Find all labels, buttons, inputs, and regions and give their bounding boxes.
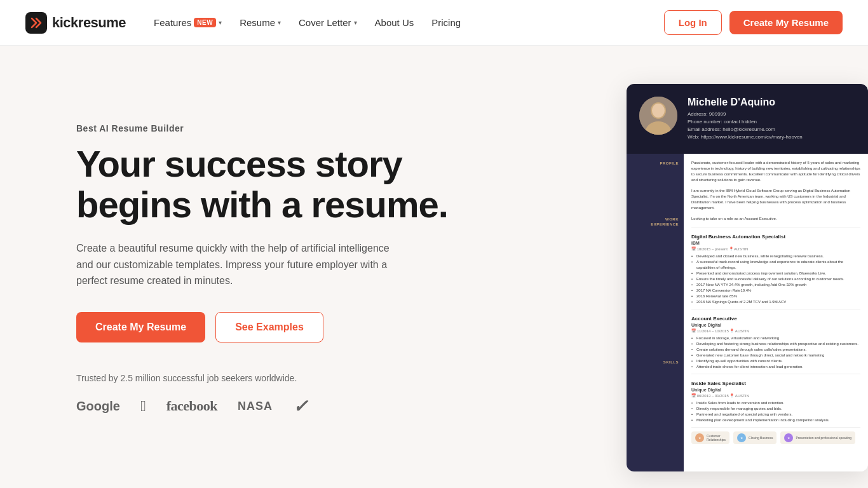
resume-phone: Phone number: contact hidden — [688, 119, 757, 125]
skill-icon-3: ★ — [784, 433, 793, 442]
job-bullet-1-3: Presented and demonstrated process impro… — [691, 271, 860, 276]
pricing-label: Pricing — [431, 17, 461, 28]
nav-create-resume-button[interactable]: Create My Resume — [729, 11, 843, 34]
hero-section: Best AI Resume Builder Your success stor… — [0, 46, 868, 488]
google-logo: Google — [76, 399, 120, 414]
job-bullet-1-7: 2016 Renewal rate 85% — [691, 294, 860, 299]
resume-profile-text: Passionate, customer-focused leader with… — [691, 160, 860, 183]
nav-features[interactable]: Features NEW ▾ — [146, 12, 229, 33]
hero-subtitle: Best AI Resume Builder — [76, 123, 458, 133]
nav-pricing[interactable]: Pricing — [424, 12, 468, 33]
resume-header: Michelle D'Aquino Address: 909999 Phone … — [627, 84, 868, 154]
job-bullet-1-4: Ensure the timely and successful deliver… — [691, 276, 860, 282]
job-bullet-1-5: 2017 New NA YTY 24.4% growth, including … — [691, 282, 860, 288]
job-bullet-3-1: Inside Sales from leads to conversion an… — [691, 400, 860, 406]
avatar-image — [639, 97, 677, 135]
logo-icon — [25, 12, 47, 34]
logo[interactable]: kickresume — [25, 12, 126, 34]
job-company-3: Unique Digital — [691, 388, 860, 392]
hero-buttons: Create My Resume See Examples — [76, 312, 458, 342]
resume-name-area: Michelle D'Aquino Address: 909999 Phone … — [688, 97, 855, 141]
resume-chevron-icon: ▾ — [278, 19, 281, 26]
resume-divider-1 — [691, 227, 860, 227]
work-section-label: WORKEXPERIENCE — [632, 217, 679, 227]
nike-logo: ✓ — [293, 396, 308, 417]
cover-letter-label: Cover Letter — [299, 17, 351, 28]
resume-web: Web: https://www.kickresume.com/cv/mary-… — [688, 134, 803, 140]
job-title-3: Inside Sales Specialist — [691, 381, 860, 386]
job-bullet-3-4: Marketing plan development and implement… — [691, 417, 860, 423]
resume-profile-text3: Looking to take on a role as an Account … — [691, 216, 860, 222]
job-bullet-2-6: Attended trade shows for client interact… — [691, 364, 860, 370]
job-title-2: Account Executive — [691, 316, 860, 322]
resume-label: Resume — [240, 17, 275, 28]
hero-see-examples-button[interactable]: See Examples — [215, 312, 323, 342]
nav-resume[interactable]: Resume ▾ — [232, 12, 288, 33]
hero-content: Best AI Resume Builder Your success stor… — [76, 123, 458, 416]
skill-badge-1: ★ CustomerRelationships — [691, 431, 729, 444]
skill-label-1: CustomerRelationships — [707, 434, 726, 442]
features-chevron-icon: ▾ — [219, 19, 222, 26]
hero-create-resume-button[interactable]: Create My Resume — [76, 312, 205, 342]
hero-description: Create a beautiful resume quickly with t… — [76, 240, 407, 289]
resume-divider-2 — [691, 309, 860, 309]
nav-actions: Log In Create My Resume — [664, 10, 843, 35]
job-bullet-2-5: Identifying up-sell opportunities with c… — [691, 358, 860, 364]
features-label: Features — [154, 17, 191, 28]
skill-badge-2: ★ Closing Business — [733, 431, 776, 444]
skill-icon-2: ★ — [737, 433, 746, 442]
skill-badge-3: ★ Presentation and professional speaking — [780, 431, 855, 444]
resume-body: PROFILE WORKEXPERIENCE SKILLS Passionate… — [627, 154, 868, 471]
resume-avatar — [639, 97, 677, 135]
about-label: About Us — [375, 17, 414, 28]
job-bullet-2-2: Developing and fostering strong business… — [691, 341, 860, 347]
job-bullet-2-4: Generated new customer base through dire… — [691, 353, 860, 358]
resume-contact-info: Address: 909999 Phone number: contact hi… — [688, 111, 855, 141]
job-bullet-1-1: Developed and closed new business, while… — [691, 254, 860, 259]
skill-label-2: Closing Business — [749, 436, 773, 440]
trust-section: Trusted by 2.5 million successful job se… — [76, 373, 458, 417]
trust-logos: Google  facebook NASA ✓ — [76, 396, 458, 417]
skill-label-3: Presentation and professional speaking — [796, 436, 851, 440]
apple-logo:  — [140, 397, 146, 415]
nav-about[interactable]: About Us — [367, 12, 422, 33]
resume-skills: ★ CustomerRelationships ★ Closing Busine… — [691, 431, 860, 444]
job-bullet-3-3: Partnered and negotiated of special pric… — [691, 412, 860, 417]
navbar: kickresume Features NEW ▾ Resume ▾ Cover… — [0, 0, 868, 46]
job-bullet-1-8: 2016 NA Signings Quota of 2.2M TCV and 1… — [691, 299, 860, 305]
skills-section-label: SKILLS — [632, 360, 679, 365]
job-title-1: Digital Business Automation Specialist — [691, 234, 860, 240]
job-bullet-2-1: Focused in storage, virtualization and n… — [691, 336, 860, 341]
features-badge: NEW — [194, 18, 216, 27]
resume-card: Michelle D'Aquino Address: 909999 Phone … — [627, 84, 868, 471]
hero-title-line1: Your success story — [76, 143, 402, 184]
job-bullet-3-2: Directly responsible for managing quotes… — [691, 406, 860, 412]
resume-candidate-name: Michelle D'Aquino — [688, 97, 855, 108]
resume-divider-3 — [691, 374, 860, 374]
login-button[interactable]: Log In — [664, 10, 722, 35]
resume-profile-text2: I am currently in the IBM Hybrid Cloud S… — [691, 188, 860, 211]
logo-text: kickresume — [52, 15, 126, 31]
hero-title: Your success story begins with a resume. — [76, 144, 458, 225]
job-meta-1: 📅 10/2015 – present 📍 AUSTIN — [691, 247, 860, 251]
profile-section-label: PROFILE — [632, 161, 679, 166]
resume-address: Address: 909999 — [688, 111, 726, 117]
job-company-1: IBM — [691, 241, 860, 245]
job-bullet-1-6: 2017 NA Conversion Rate10.4% — [691, 288, 860, 294]
skill-icon-1: ★ — [695, 433, 704, 442]
nav-cover-letter[interactable]: Cover Letter ▾ — [291, 12, 365, 33]
resume-email: Email address: hello@kickresume.com — [688, 126, 775, 132]
nasa-logo: NASA — [238, 400, 273, 413]
job-bullet-1-2: A successful track-record using knowledg… — [691, 259, 860, 271]
hero-title-line2: begins with a resume. — [76, 184, 448, 225]
cover-letter-chevron-icon: ▾ — [354, 19, 357, 26]
job-meta-2: 📅 11/2014 – 10/2015 📍 AUSTIN — [691, 329, 860, 333]
nav-links: Features NEW ▾ Resume ▾ Cover Letter ▾ A… — [146, 12, 664, 33]
resume-main-content: Passionate, customer-focused leader with… — [684, 154, 868, 471]
trust-text: Trusted by 2.5 million successful job se… — [76, 373, 458, 383]
job-bullet-2-3: Create solutions demand through sales ca… — [691, 347, 860, 353]
job-company-2: Unique Digital — [691, 323, 860, 327]
resume-divider-4 — [691, 427, 860, 428]
facebook-logo: facebook — [166, 398, 217, 414]
resume-preview: Michelle D'Aquino Address: 909999 Phone … — [601, 84, 868, 471]
